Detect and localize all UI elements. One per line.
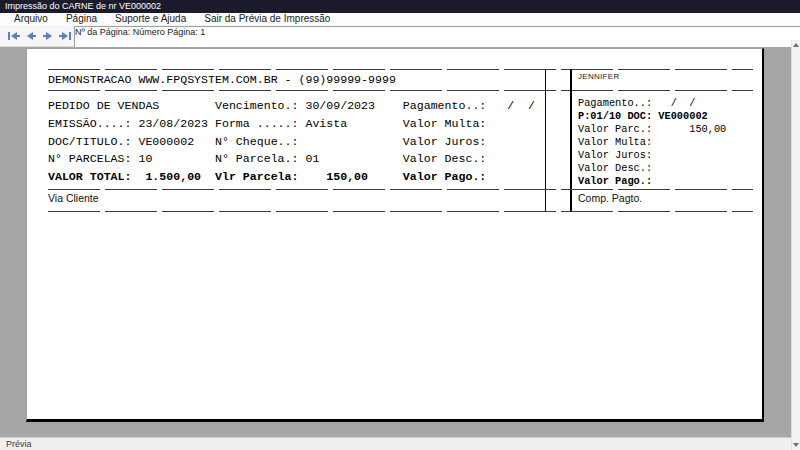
separator-line — [48, 69, 753, 70]
left-section-lines: PEDIDO DE VENDAS Vencimento.: 30/09/2023… — [48, 97, 535, 186]
window-titlebar: Impressão do CARNE de nr VE000002 — [0, 0, 800, 13]
stub-line-valor-pago: Valor Pago.: — [578, 175, 726, 188]
stub-line-valor-juros: Valor Juros: — [578, 149, 726, 162]
preview-area: DEMONSTRACAO WWW.FPQSYSTEM.COM.BR - (99)… — [0, 47, 800, 437]
stub-line-pagamento: Pagamento..: / / — [578, 97, 726, 110]
stub-divider-line — [570, 69, 572, 212]
doc-line-pedido: PEDIDO DE VENDAS Vencimento.: 30/09/2023… — [48, 97, 535, 115]
next-page-button[interactable] — [39, 27, 56, 44]
app-window: Impressão do CARNE de nr VE000002 Arquiv… — [0, 0, 800, 450]
menu-item-pagina[interactable]: Página — [57, 13, 106, 25]
stub-line-parcela-doc: P:01/10 DOC: VE000002 — [578, 110, 726, 123]
doc-line-parcelas: N° PARCELAS: 10 N° Parcela.: 01 Valor De… — [48, 150, 535, 168]
scroll-down-icon[interactable] — [793, 443, 799, 447]
doc-line-emissao: EMISSÃO....: 23/08/2023 Forma .....: Avi… — [48, 115, 535, 133]
separator-line — [48, 90, 753, 91]
section-divider-line — [545, 69, 546, 212]
via-cliente-label: Via Cliente — [48, 192, 99, 204]
stub-section-lines: Pagamento..: / / P:01/10 DOC: VE000002 V… — [578, 97, 726, 188]
customer-name: JENNIFER — [578, 72, 620, 81]
window-title: Impressão do CARNE de nr VE000002 — [5, 1, 161, 11]
status-bar: Prévia — [0, 437, 800, 450]
previous-page-icon — [23, 30, 39, 42]
doc-line-titulo: DOC/TITULO.: VE000002 N° Cheque..: Valor… — [48, 133, 535, 151]
document-page: DEMONSTRACAO WWW.FPQSYSTEM.COM.BR - (99)… — [26, 48, 764, 422]
next-page-icon — [40, 30, 56, 42]
company-header: DEMONSTRACAO WWW.FPQSYSTEM.COM.BR - (99)… — [48, 73, 396, 86]
stub-line-valor-multa: Valor Multa: — [578, 136, 726, 149]
first-page-button[interactable] — [5, 27, 22, 44]
separator-line — [48, 211, 753, 212]
stub-line-valor-desc: Valor Desc.: — [578, 162, 726, 175]
menu-bar: Arquivo Página Suporte e Ajuda Sair da P… — [0, 13, 800, 25]
last-page-icon — [57, 30, 73, 42]
previous-page-button[interactable] — [22, 27, 39, 44]
toolbar: 1 Nº Zoom Nº da Página: Número Página: 1 — [0, 25, 800, 47]
menu-item-arquivo[interactable]: Arquivo — [5, 13, 57, 25]
scroll-up-icon[interactable] — [793, 43, 799, 47]
stub-line-valor-parc: Valor Parc.: 150,00 — [578, 123, 726, 136]
comp-pagto-label: Comp. Pagto. — [578, 192, 642, 204]
doc-line-valor-total: VALOR TOTAL: 1.500,00 Vlr Parcela: 150,0… — [48, 168, 535, 186]
menu-item-suporte-e-ajuda[interactable]: Suporte e Ajuda — [106, 13, 195, 25]
status-text: Prévia — [6, 439, 32, 449]
menu-item-sair-da-previa[interactable]: Sair da Prévia de Impressão — [195, 13, 339, 25]
last-page-button[interactable] — [56, 27, 73, 44]
first-page-icon — [6, 30, 22, 42]
separator-line — [48, 189, 753, 190]
vertical-scrollbar[interactable] — [791, 40, 800, 450]
